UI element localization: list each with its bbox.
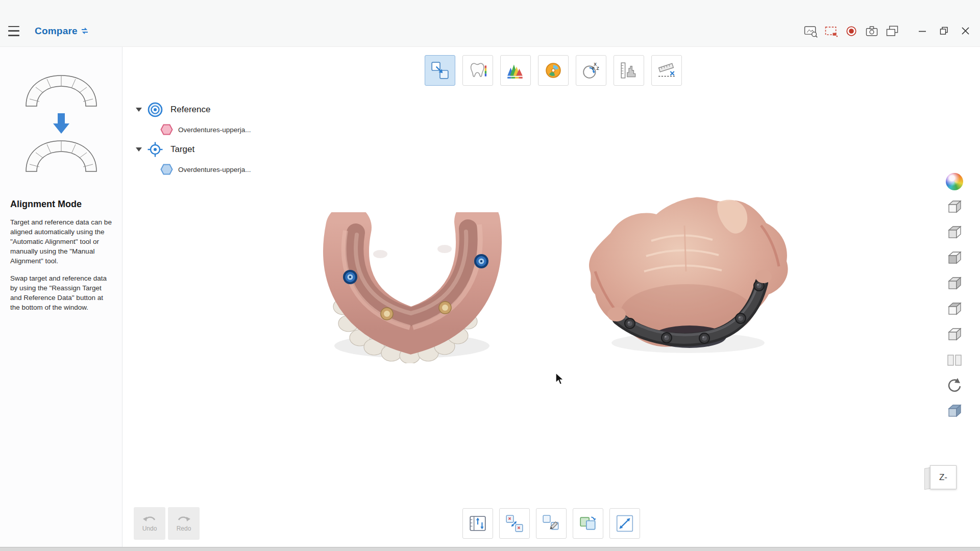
- manual-align-icon: [542, 514, 561, 533]
- sidebar-heading: Alignment Mode: [10, 199, 112, 210]
- tree-item-label: Overdentures-upperja...: [178, 126, 251, 134]
- color-sphere-icon: [946, 173, 963, 190]
- bar-screw: [736, 313, 746, 323]
- implant-marker: [474, 254, 488, 268]
- material-color-sphere-button[interactable]: [943, 170, 966, 193]
- undo-label: Undo: [142, 525, 157, 532]
- view-right-button[interactable]: [943, 272, 966, 295]
- tree-item-target-scan[interactable]: Overdentures-upperja...: [136, 160, 251, 179]
- down-arrow: [53, 113, 69, 134]
- data-tree: Reference Overdentures-upperja... Target: [136, 99, 251, 179]
- occlusion-xyz-button[interactable]: X Y Z: [576, 55, 606, 86]
- viewcube-label: Z-: [939, 472, 947, 483]
- view-top-button[interactable]: [943, 298, 966, 320]
- alignment-illustration: [18, 67, 105, 184]
- mode-toolbar: X Y Z: [425, 55, 682, 86]
- window-layout-icon[interactable]: [882, 22, 902, 40]
- tree-row-target[interactable]: Target: [136, 139, 251, 160]
- pink-hexagon-icon: [160, 124, 173, 135]
- minimize-button[interactable]: [912, 22, 933, 40]
- page-title: Compare: [35, 26, 78, 37]
- bar-screw: [699, 333, 709, 343]
- collapse-triangle-icon[interactable]: [136, 147, 142, 152]
- ruler-histogram-icon: [619, 61, 639, 80]
- undo-button[interactable]: Undo: [134, 507, 165, 540]
- titlebar-right: [800, 22, 976, 40]
- tree-label-reference: Reference: [170, 105, 210, 115]
- capture-region-icon[interactable]: [821, 22, 841, 40]
- reference-rings-icon: [147, 102, 163, 118]
- deviation-display-button[interactable]: [500, 55, 531, 86]
- reassign-target-reference-button[interactable]: [462, 508, 493, 539]
- fit-to-screen-button[interactable]: [609, 508, 640, 539]
- maximize-button[interactable]: [933, 22, 954, 40]
- redo-arrow-icon: [177, 515, 191, 523]
- alignment-toolbar: [462, 508, 640, 539]
- color-mountain-icon: [506, 61, 525, 80]
- point-align-icon: [505, 514, 524, 533]
- section-measurement-button[interactable]: [651, 55, 682, 86]
- fit-view-icon: [615, 514, 634, 533]
- svg-text:Y: Y: [592, 66, 595, 71]
- split-view-button[interactable]: [943, 349, 966, 371]
- tree-label-target: Target: [170, 144, 194, 155]
- view-bottom-button[interactable]: [943, 323, 966, 346]
- reassign-data-icon: [468, 514, 487, 533]
- app-window: Compare: [0, 0, 980, 551]
- implant-marker: [343, 270, 357, 284]
- bar-screw: [662, 333, 672, 343]
- xyz-rotation-icon: X Y Z: [581, 61, 601, 80]
- tree-item-reference-scan[interactable]: Overdentures-upperja...: [136, 120, 251, 139]
- color-map-button[interactable]: [538, 55, 569, 86]
- capture-preview-icon[interactable]: [800, 22, 821, 40]
- target-model-viewport[interactable]: [580, 195, 795, 361]
- reference-model-viewport[interactable]: [319, 212, 508, 363]
- target-crosshair-icon: [147, 141, 163, 158]
- record-icon[interactable]: [841, 22, 862, 40]
- viewcube[interactable]: Z-: [930, 465, 957, 489]
- abutment-marker: [381, 308, 393, 320]
- tree-row-reference[interactable]: Reference: [136, 99, 251, 120]
- redo-button[interactable]: Redo: [168, 507, 200, 540]
- sidebar-paragraph: Target and reference data can be aligned…: [10, 218, 112, 266]
- view-iso-back-button[interactable]: [943, 221, 966, 244]
- point-alignment-button[interactable]: [499, 508, 530, 539]
- tooth-icon: [468, 61, 487, 80]
- blue-hexagon-icon: [160, 164, 173, 175]
- titlebar: Compare: [0, 0, 980, 47]
- bar-screw: [625, 318, 635, 329]
- mouse-cursor: [554, 372, 566, 386]
- screenshot-camera-icon[interactable]: [862, 22, 882, 40]
- view-iso-front-button[interactable]: [943, 196, 966, 218]
- auto-align-icon: [578, 514, 598, 533]
- deviation-histogram-button[interactable]: [614, 55, 644, 86]
- shaded-view-button[interactable]: [943, 400, 966, 422]
- tree-item-label: Overdentures-upperja...: [178, 166, 251, 173]
- help-sidebar: Alignment Mode Target and reference data…: [0, 47, 122, 547]
- data-view-button[interactable]: [462, 55, 493, 86]
- abutment-marker: [439, 302, 451, 314]
- view-left-button[interactable]: [943, 247, 966, 269]
- alignment-mode-button[interactable]: [425, 55, 455, 86]
- svg-text:Z: Z: [597, 66, 599, 71]
- reset-view-button[interactable]: [943, 374, 966, 397]
- menu-icon[interactable]: [8, 26, 21, 36]
- compare-sync-icon: [81, 28, 89, 35]
- sidebar-paragraph: Swap target and reference data by using …: [10, 274, 112, 313]
- automatic-alignment-button[interactable]: [573, 508, 603, 539]
- close-button[interactable]: [954, 22, 976, 40]
- colormap-dial-icon: [544, 61, 563, 80]
- view-toolbar: [943, 170, 966, 422]
- undo-arrow-icon: [142, 515, 157, 523]
- measure-section-icon: [657, 61, 676, 80]
- manual-alignment-button[interactable]: [536, 508, 567, 539]
- alignment-icon: [430, 61, 450, 80]
- collapse-triangle-icon[interactable]: [136, 108, 142, 112]
- redo-label: Redo: [177, 525, 191, 532]
- bottom-status-strip: [0, 547, 980, 551]
